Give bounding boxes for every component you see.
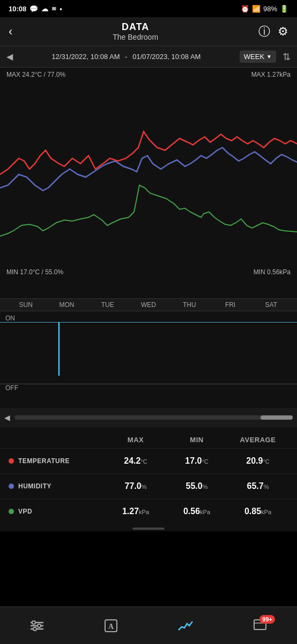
nav-item-filters[interactable] — [29, 619, 44, 632]
vpd-label-text: VPD — [18, 508, 32, 515]
signal-icon: ≋ — [51, 5, 56, 12]
table-row: VPD 1.27kPa 0.56kPa 0.85kPa — [0, 499, 297, 524]
temp-label-text: TEMPERATURE — [18, 457, 70, 465]
chart-max-labels: MAX 24.2°C / 77.0% MAX 1.27kPa — [0, 68, 297, 82]
onoff-on-label: ON — [5, 314, 15, 322]
col-header-max: MAX — [105, 436, 166, 444]
stats-header-row: MAX MIN AVERAGE — [0, 436, 297, 444]
day-thu: THU — [169, 301, 210, 309]
week-selector[interactable]: WEEK ▼ — [240, 50, 276, 63]
chart-min-right: MIN 0.56kPa — [254, 268, 291, 276]
vpd-avg: 0.85kPa — [227, 507, 288, 516]
chart-nav-icon — [177, 618, 194, 633]
stats-section: MAX MIN AVERAGE TEMPERATURE 24.2°C 17.0°… — [0, 427, 297, 528]
vpd-max: 1.27kPa — [105, 507, 166, 516]
humidity-min: 55.0% — [166, 481, 227, 491]
status-right: ⏰ 📶 98% 🔋 — [241, 5, 288, 13]
page-title: DATA — [113, 21, 158, 33]
humidity-dot — [9, 484, 14, 489]
temp-avg: 20.9°C — [227, 456, 288, 466]
humidity-label-text: HUMIDITY — [18, 482, 51, 490]
nav-item-font[interactable]: A — [103, 618, 118, 633]
nav-item-notifications[interactable]: 99+ — [253, 618, 268, 633]
back-button[interactable]: ‹ — [9, 25, 12, 39]
col-header-min: MIN — [166, 436, 227, 444]
onoff-chart: ON OFF — [0, 311, 297, 408]
chart-svg — [0, 80, 297, 279]
svg-point-8 — [33, 627, 36, 631]
chart-max-right: MAX 1.27kPa — [251, 71, 291, 78]
dropdown-arrow-icon: ▼ — [266, 54, 272, 60]
onoff-off-label: OFF — [5, 384, 18, 392]
chart-area: MAX 24.2°C / 77.0% MAX 1.27kPa MIN 17.0°… — [0, 68, 297, 298]
notification-badge: 99+ — [259, 615, 275, 624]
scrollbar-area[interactable]: ◀ — [0, 408, 297, 427]
page-subtitle: The Bedroom — [113, 33, 158, 41]
svg-point-6 — [32, 621, 35, 624]
day-tue: TUE — [87, 301, 128, 309]
bottom-nav: A 99+ — [0, 606, 297, 644]
settings-button[interactable]: ⚙ — [278, 25, 288, 39]
vpd-label: VPD — [9, 508, 105, 515]
temp-min: 17.0°C — [166, 456, 227, 466]
day-mon: MON — [46, 301, 87, 309]
day-wed: WED — [128, 301, 169, 309]
temp-max: 24.2°C — [105, 456, 166, 466]
header: ‹ DATA The Bedroom ⓘ ⚙ — [0, 17, 297, 46]
day-fri: FRI — [210, 301, 250, 309]
font-icon: A — [103, 618, 118, 633]
chart-min-labels: MIN 17.0°C / 55.0% MIN 0.56kPa — [0, 265, 297, 279]
day-sat: SAT — [251, 301, 292, 309]
battery-display: 98% — [263, 5, 277, 13]
header-center: DATA The Bedroom — [113, 21, 158, 41]
status-time: 10:08 💬 ☁ ≋ • — [9, 5, 62, 13]
whatsapp-icon: 💬 — [29, 5, 38, 13]
week-label: WEEK — [244, 53, 264, 61]
vpd-dot — [9, 509, 14, 514]
col-header-avg: AVERAGE — [227, 436, 288, 444]
scroll-track[interactable] — [14, 415, 293, 420]
date-range-start: 12/31/2022, 10:08 AM - 01/07/2023, 10:08… — [15, 53, 237, 61]
onoff-svg — [0, 322, 297, 386]
table-row: HUMIDITY 77.0% 55.0% 65.7% — [0, 473, 297, 499]
svg-text:A: A — [108, 623, 114, 631]
humidity-avg: 65.7% — [227, 481, 288, 491]
scroll-left-arrow[interactable]: ◀ — [4, 413, 10, 422]
nav-item-chart[interactable] — [177, 618, 194, 633]
scroll-thumb[interactable] — [261, 415, 293, 420]
date-bar: ◀ 12/31/2022, 10:08 AM - 01/07/2023, 10:… — [0, 46, 297, 68]
info-button[interactable]: ⓘ — [258, 24, 270, 40]
temp-label: TEMPERATURE — [9, 457, 105, 465]
date-prev-arrow[interactable]: ◀ — [6, 52, 13, 62]
sort-icon[interactable]: ⇅ — [283, 51, 291, 63]
dot-icon: • — [60, 5, 62, 13]
cloud-icon: ☁ — [41, 5, 48, 13]
alarm-icon: ⏰ — [241, 5, 249, 13]
humidity-label: HUMIDITY — [9, 482, 105, 490]
scroll-indicator — [132, 528, 165, 530]
battery-icon: 🔋 — [280, 5, 288, 13]
wifi-icon: 📶 — [252, 5, 261, 13]
svg-rect-0 — [0, 80, 297, 279]
chart-min-left: MIN 17.0°C / 55.0% — [6, 268, 63, 276]
svg-point-7 — [38, 624, 41, 627]
temp-dot — [9, 458, 14, 464]
table-row: TEMPERATURE 24.2°C 17.0°C 20.9°C — [0, 448, 297, 473]
vpd-min: 0.56kPa — [166, 507, 227, 516]
onoff-bottom-line — [0, 384, 297, 384]
status-bar: 10:08 💬 ☁ ≋ • ⏰ 📶 98% 🔋 — [0, 0, 297, 17]
filters-icon — [29, 619, 44, 632]
day-sun: SUN — [5, 301, 46, 309]
day-labels-row: SUN MON TUE WED THU FRI SAT — [0, 298, 297, 311]
time-display: 10:08 — [9, 5, 26, 13]
chart-max-left: MAX 24.2°C / 77.0% — [6, 71, 65, 78]
humidity-max: 77.0% — [105, 481, 166, 491]
